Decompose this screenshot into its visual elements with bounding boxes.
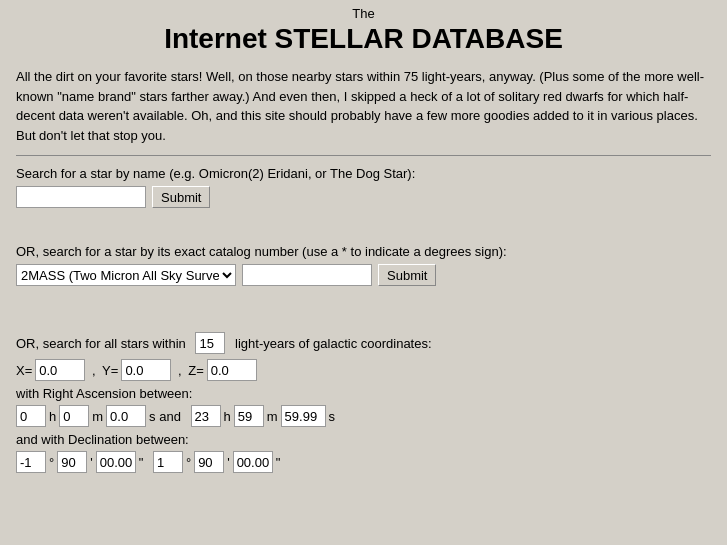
search-catalog-submit[interactable]: Submit (378, 264, 436, 286)
search-by-coords-section: OR, search for all stars within light-ye… (16, 332, 711, 473)
ra-m1-input[interactable] (59, 405, 89, 427)
ra-m2-input[interactable] (234, 405, 264, 427)
dec-section-label: and with Declination between: (16, 432, 711, 447)
ra-m1-label: m (92, 409, 103, 424)
ra-section-label: with Right Ascension between: (16, 386, 711, 401)
ra-h1-input[interactable] (16, 405, 46, 427)
ra-s2-input[interactable] (281, 405, 326, 427)
description-text: All the dirt on your favorite stars! Wel… (16, 67, 711, 145)
ra-h1-label: h (49, 409, 56, 424)
page-title: Internet STELLAR DATABASE (16, 23, 711, 55)
x-input[interactable] (35, 359, 85, 381)
ly-input[interactable] (195, 332, 225, 354)
dec-s2-input[interactable] (233, 451, 273, 473)
z-input[interactable] (207, 359, 257, 381)
x-label: X= (16, 363, 32, 378)
dec-m2-label: ' (227, 455, 229, 470)
ra-m2-label: m (267, 409, 278, 424)
ra-s2-label: s (329, 409, 336, 424)
ra-h2-input[interactable] (191, 405, 221, 427)
ra-h2-label: h (224, 409, 231, 424)
dec-d1-input[interactable] (16, 451, 46, 473)
dec-d2-input[interactable] (153, 451, 183, 473)
ra-s1-label: s and (149, 409, 181, 424)
search-name-input[interactable] (16, 186, 146, 208)
dec-d2-label: ° (186, 455, 191, 470)
coords-label-prefix: OR, search for all stars within (16, 336, 186, 351)
dec-s1-input[interactable] (96, 451, 136, 473)
dec-d1-label: ° (49, 455, 54, 470)
z-label: Z= (188, 363, 204, 378)
divider (16, 155, 711, 156)
ra-s1-input[interactable] (106, 405, 146, 427)
search-by-catalog-label: OR, search for a star by its exact catal… (16, 244, 711, 259)
y-label: Y= (102, 363, 118, 378)
page-subtitle: The (16, 6, 711, 21)
catalog-number-input[interactable] (242, 264, 372, 286)
y-input[interactable] (121, 359, 171, 381)
search-by-name-section: Search for a star by name (e.g. Omicron(… (16, 166, 711, 208)
dec-m2-input[interactable] (194, 451, 224, 473)
dec-m1-input[interactable] (57, 451, 87, 473)
search-by-name-label: Search for a star by name (e.g. Omicron(… (16, 166, 711, 181)
search-name-submit[interactable]: Submit (152, 186, 210, 208)
catalog-select[interactable]: 2MASS (Two Micron All Sky Survey)HD (Hen… (16, 264, 236, 286)
dec-s2-label: " (276, 455, 281, 470)
dec-m1-label: ' (90, 455, 92, 470)
dec-s1-label: " (139, 455, 144, 470)
search-by-catalog-section: OR, search for a star by its exact catal… (16, 244, 711, 286)
coords-label-suffix: light-years of galactic coordinates: (235, 336, 432, 351)
